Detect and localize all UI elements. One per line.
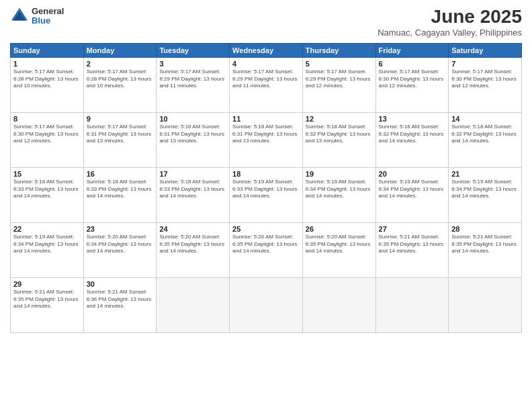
table-row bbox=[302, 277, 375, 332]
table-row: 12Sunrise: 5:18 AM Sunset: 6:32 PM Dayli… bbox=[302, 112, 375, 167]
table-row: 23Sunrise: 5:20 AM Sunset: 6:34 PM Dayli… bbox=[83, 222, 157, 277]
header-sunday: Sunday bbox=[11, 43, 84, 57]
table-row: 19Sunrise: 5:19 AM Sunset: 6:34 PM Dayli… bbox=[302, 167, 375, 222]
header: General Blue June 2025 Namuac, Cagayan V… bbox=[10, 7, 522, 38]
calendar-title: June 2025 bbox=[378, 7, 522, 28]
table-row bbox=[157, 277, 230, 332]
logo-icon bbox=[10, 7, 29, 26]
table-row: 13Sunrise: 5:18 AM Sunset: 6:32 PM Dayli… bbox=[375, 112, 449, 167]
table-row: 11Sunrise: 5:18 AM Sunset: 6:31 PM Dayli… bbox=[230, 112, 303, 167]
table-row: 15Sunrise: 5:18 AM Sunset: 6:33 PM Dayli… bbox=[11, 167, 84, 222]
table-row: 21Sunrise: 5:19 AM Sunset: 6:34 PM Dayli… bbox=[449, 167, 522, 222]
logo-blue: Blue bbox=[32, 16, 64, 26]
calendar-header-row: Sunday Monday Tuesday Wednesday Thursday… bbox=[11, 43, 522, 57]
table-row bbox=[449, 277, 522, 332]
header-friday: Friday bbox=[375, 43, 449, 57]
page: General Blue June 2025 Namuac, Cagayan V… bbox=[0, 0, 532, 411]
table-row: 14Sunrise: 5:18 AM Sunset: 6:32 PM Dayli… bbox=[449, 112, 522, 167]
header-monday: Monday bbox=[83, 43, 157, 57]
header-saturday: Saturday bbox=[449, 43, 522, 57]
logo: General Blue bbox=[10, 7, 64, 26]
table-row: 20Sunrise: 5:19 AM Sunset: 6:34 PM Dayli… bbox=[375, 167, 449, 222]
table-row: 30Sunrise: 5:21 AM Sunset: 6:36 PM Dayli… bbox=[83, 277, 157, 332]
table-row: 22Sunrise: 5:19 AM Sunset: 6:34 PM Dayli… bbox=[11, 222, 84, 277]
logo-general: General bbox=[32, 7, 64, 16]
header-wednesday: Wednesday bbox=[230, 43, 303, 57]
table-row: 9Sunrise: 5:17 AM Sunset: 6:31 PM Daylig… bbox=[83, 112, 157, 167]
table-row: 8Sunrise: 5:17 AM Sunset: 6:30 PM Daylig… bbox=[11, 112, 84, 167]
table-row: 10Sunrise: 5:18 AM Sunset: 6:31 PM Dayli… bbox=[157, 112, 230, 167]
table-row bbox=[230, 277, 303, 332]
table-row: 6Sunrise: 5:17 AM Sunset: 6:30 PM Daylig… bbox=[375, 57, 449, 112]
header-tuesday: Tuesday bbox=[157, 43, 230, 57]
calendar-week-1: 8Sunrise: 5:17 AM Sunset: 6:30 PM Daylig… bbox=[11, 112, 522, 167]
title-area: June 2025 Namuac, Cagayan Valley, Philip… bbox=[378, 7, 522, 38]
table-row: 24Sunrise: 5:20 AM Sunset: 6:35 PM Dayli… bbox=[157, 222, 230, 277]
table-row: 17Sunrise: 5:18 AM Sunset: 6:33 PM Dayli… bbox=[157, 167, 230, 222]
table-row: 18Sunrise: 5:19 AM Sunset: 6:33 PM Dayli… bbox=[230, 167, 303, 222]
table-row: 3Sunrise: 5:17 AM Sunset: 6:29 PM Daylig… bbox=[157, 57, 230, 112]
table-row: 5Sunrise: 5:17 AM Sunset: 6:29 PM Daylig… bbox=[302, 57, 375, 112]
calendar-table: Sunday Monday Tuesday Wednesday Thursday… bbox=[10, 43, 522, 333]
header-thursday: Thursday bbox=[302, 43, 375, 57]
table-row: 27Sunrise: 5:21 AM Sunset: 6:35 PM Dayli… bbox=[375, 222, 449, 277]
calendar-week-4: 29Sunrise: 5:21 AM Sunset: 6:35 PM Dayli… bbox=[11, 277, 522, 332]
table-row bbox=[375, 277, 449, 332]
table-row: 26Sunrise: 5:20 AM Sunset: 6:35 PM Dayli… bbox=[302, 222, 375, 277]
calendar-week-3: 22Sunrise: 5:19 AM Sunset: 6:34 PM Dayli… bbox=[11, 222, 522, 277]
calendar-week-0: 1Sunrise: 5:17 AM Sunset: 6:28 PM Daylig… bbox=[11, 57, 522, 112]
table-row: 2Sunrise: 5:17 AM Sunset: 6:28 PM Daylig… bbox=[83, 57, 157, 112]
calendar-week-2: 15Sunrise: 5:18 AM Sunset: 6:33 PM Dayli… bbox=[11, 167, 522, 222]
table-row: 16Sunrise: 5:18 AM Sunset: 6:33 PM Dayli… bbox=[83, 167, 157, 222]
table-row: 7Sunrise: 5:17 AM Sunset: 6:30 PM Daylig… bbox=[449, 57, 522, 112]
table-row: 4Sunrise: 5:17 AM Sunset: 6:29 PM Daylig… bbox=[230, 57, 303, 112]
table-row: 1Sunrise: 5:17 AM Sunset: 6:28 PM Daylig… bbox=[11, 57, 84, 112]
calendar-subtitle: Namuac, Cagayan Valley, Philippines bbox=[378, 28, 522, 38]
table-row: 29Sunrise: 5:21 AM Sunset: 6:35 PM Dayli… bbox=[11, 277, 84, 332]
logo-text: General Blue bbox=[32, 7, 64, 26]
table-row: 28Sunrise: 5:21 AM Sunset: 6:35 PM Dayli… bbox=[449, 222, 522, 277]
table-row: 25Sunrise: 5:20 AM Sunset: 6:35 PM Dayli… bbox=[230, 222, 303, 277]
